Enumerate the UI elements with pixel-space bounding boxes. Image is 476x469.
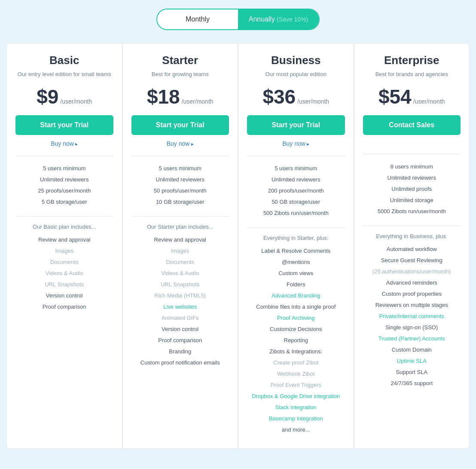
divider2-starter bbox=[131, 216, 229, 217]
feature-item: Version control bbox=[15, 290, 113, 301]
plan-name-business: Business bbox=[271, 54, 321, 67]
feature-item: Folders bbox=[247, 279, 345, 290]
plan-name-starter: Starter bbox=[162, 54, 198, 67]
price-amount-enterprise: $54 bbox=[378, 85, 412, 108]
feature-item: Branding bbox=[131, 346, 229, 357]
spec-item: Unlimited reviewers bbox=[363, 172, 461, 184]
spec-item: 5 users minimum bbox=[131, 163, 229, 174]
feature-item: Advanced Branding bbox=[247, 290, 345, 301]
feature-item: 24/7/365 support bbox=[363, 378, 461, 389]
divider-business bbox=[247, 156, 345, 156]
feature-item: Single sign-on (SSO) bbox=[363, 322, 461, 333]
plan-desc-enterprise: Best for brands and agencies bbox=[375, 71, 448, 78]
plan-price-enterprise: $54 /user/month bbox=[378, 85, 445, 108]
feature-item: (25 authentications/user/month) bbox=[363, 266, 461, 277]
plan-card-starter: Starter Best for growing teams $18 /user… bbox=[122, 43, 238, 449]
save-label: (Save 10%) bbox=[277, 16, 308, 23]
feature-item: Secure Guest Reviewing bbox=[363, 255, 461, 266]
feature-item: Custom proof notification emails bbox=[131, 357, 229, 368]
spec-item: 5000 Zibots run/user/month bbox=[363, 206, 461, 217]
feature-item: Dropbox & Google Drive integration bbox=[247, 391, 345, 402]
divider2-business bbox=[247, 227, 345, 228]
feature-item: Advanced reminders bbox=[363, 277, 461, 288]
feature-item: Videos & Audio bbox=[15, 268, 113, 279]
feature-item: Custom views bbox=[247, 268, 345, 279]
spec-item: 8 users minimum bbox=[363, 161, 461, 172]
divider-basic bbox=[15, 156, 113, 156]
spec-item: 500 Zibots run/user/month bbox=[247, 208, 345, 219]
feature-item: Custom proof properties bbox=[363, 288, 461, 300]
feature-item: Proof comparison bbox=[15, 301, 113, 313]
plan-card-business: Business Our most popular edition $36 /u… bbox=[238, 43, 354, 449]
feature-item: Slack integration bbox=[247, 402, 345, 413]
toggle-container: Monthly Annually(Save 10%) bbox=[156, 9, 320, 30]
feature-item: Review and approval bbox=[15, 234, 113, 245]
cta-btn-business[interactable]: Start your Trial bbox=[247, 115, 345, 135]
price-amount-business: $36 bbox=[262, 85, 296, 108]
feature-item: Reporting bbox=[247, 335, 345, 346]
feature-item: and more... bbox=[247, 424, 345, 435]
buy-now-starter[interactable]: Buy now bbox=[167, 140, 194, 147]
spec-item: Unlimited reviewers bbox=[131, 174, 229, 185]
plan-name-basic: Basic bbox=[49, 54, 79, 67]
price-amount-starter: $18 bbox=[147, 85, 180, 108]
feature-item: Customize Decisions bbox=[247, 324, 345, 335]
plans-grid: Basic Our entry level edition for small … bbox=[6, 43, 470, 449]
features-starter: Our Starter plan includes...Review and a… bbox=[131, 224, 229, 368]
price-period-enterprise: /user/month bbox=[413, 98, 445, 105]
spec-item: 5 users minimum bbox=[247, 163, 345, 174]
feature-item: Webhook Zibot bbox=[247, 368, 345, 380]
divider2-enterprise bbox=[363, 226, 461, 226]
billing-toggle: Monthly Annually(Save 10%) bbox=[6, 9, 470, 30]
features-enterprise: Everything in Business, plus:Automated w… bbox=[363, 233, 461, 389]
feature-item: Documents bbox=[131, 257, 229, 268]
buy-now-basic[interactable]: Buy now bbox=[51, 140, 78, 147]
buy-now-business[interactable]: Buy now bbox=[282, 140, 309, 147]
annually-label: Annually bbox=[249, 15, 275, 23]
feature-item: URL Snapshots bbox=[131, 279, 229, 290]
plan-price-starter: $18 /user/month bbox=[147, 85, 214, 108]
cta-btn-enterprise[interactable]: Contact Sales bbox=[363, 115, 461, 135]
feature-item: Private/Internal comments bbox=[363, 311, 461, 322]
features-basic: Our Basic plan includes...Review and app… bbox=[15, 224, 113, 313]
feature-item: Support SLA bbox=[363, 367, 461, 378]
feature-item: URL Snapshots bbox=[15, 279, 113, 290]
spec-item: Unlimited storage bbox=[363, 195, 461, 206]
divider2-basic bbox=[15, 216, 113, 217]
features-intro-business: Everything in Starter, plus: bbox=[247, 235, 345, 241]
features-intro-enterprise: Everything in Business, plus: bbox=[363, 233, 461, 239]
cta-btn-basic[interactable]: Start your Trial bbox=[15, 115, 113, 135]
monthly-toggle-btn[interactable]: Monthly bbox=[157, 9, 238, 29]
feature-item: Images bbox=[131, 245, 229, 257]
feature-item: Live websites bbox=[131, 301, 229, 313]
spec-item: Unlimited proofs bbox=[363, 184, 461, 195]
plan-desc-business: Our most popular edition bbox=[265, 71, 326, 78]
divider-starter bbox=[131, 156, 229, 156]
cta-btn-starter[interactable]: Start your Trial bbox=[131, 115, 229, 135]
feature-item: Documents bbox=[15, 257, 113, 268]
feature-item: @mentions bbox=[247, 257, 345, 268]
feature-item: Basecamp integration bbox=[247, 413, 345, 424]
spec-item: 5 users minimum bbox=[15, 163, 113, 174]
price-period-business: /user/month bbox=[297, 98, 329, 105]
spec-item: Unlimited reviewers bbox=[15, 174, 113, 185]
spec-item: 50 proofs/user/month bbox=[131, 185, 229, 196]
specs-list-enterprise: 8 users minimumUnlimited reviewersUnlimi… bbox=[363, 161, 461, 217]
spec-item: Unlimited reviewers bbox=[247, 174, 345, 185]
annually-toggle-btn[interactable]: Annually(Save 10%) bbox=[238, 9, 319, 29]
feature-item: Videos & Audio bbox=[131, 268, 229, 279]
plan-desc-basic: Our entry level edition for small teams bbox=[18, 71, 111, 78]
feature-item: Combine files into a single proof bbox=[247, 301, 345, 313]
spec-item: 25 proofs/user/month bbox=[15, 185, 113, 196]
features-business: Everything in Starter, plus:Label & Reso… bbox=[247, 235, 345, 435]
feature-item: Trusted (Partner) Accounts bbox=[363, 333, 461, 344]
plan-card-enterprise: Enterprise Best for brands and agencies … bbox=[354, 43, 470, 449]
specs-list-basic: 5 users minimumUnlimited reviewers25 pro… bbox=[15, 163, 113, 208]
spec-item: 200 proofs/user/month bbox=[247, 185, 345, 196]
divider-enterprise bbox=[363, 154, 461, 154]
plan-price-business: $36 /user/month bbox=[262, 85, 329, 108]
feature-item: Custom Domain bbox=[363, 344, 461, 356]
feature-item: Images bbox=[15, 245, 113, 257]
feature-item: Reviewers on multiple stages bbox=[363, 300, 461, 311]
feature-item: Proof Archiving bbox=[247, 313, 345, 324]
